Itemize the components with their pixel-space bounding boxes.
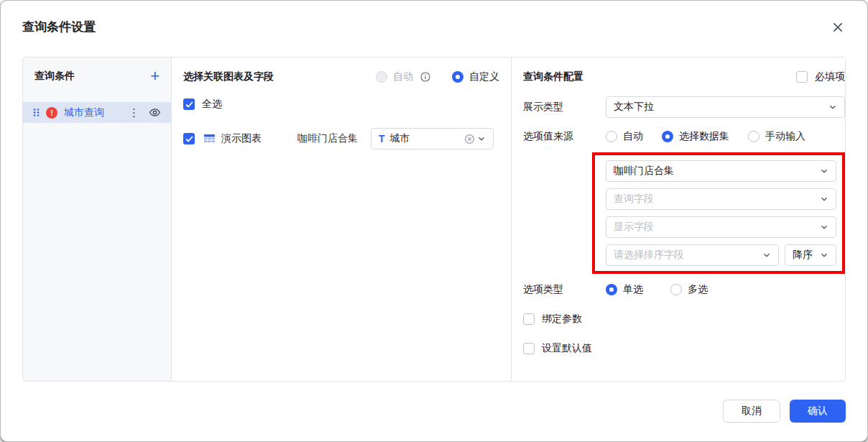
left-panel-header: 查询条件 + [23,57,171,95]
display-field-select[interactable]: 显示字段 [606,216,836,238]
display-type-label: 展示类型 [523,101,606,114]
chevron-down-icon [820,195,828,203]
default-value-row: 设置默认值 [523,342,845,355]
checkbox-icon [796,71,808,83]
dialog-footer: 取消 确认 [1,382,867,423]
option-type-radio-group: 单选 多选 [606,283,845,296]
drag-handle-icon[interactable] [33,108,40,117]
chart-field-title: 选择关联图表及字段 [183,70,274,83]
select-all-row: 全选 [183,98,499,111]
value-source-manual-radio[interactable]: 手动输入 [748,130,805,143]
option-type-row: 选项类型 单选 多选 [523,283,845,296]
option-type-single-radio[interactable]: 单选 [606,283,643,296]
chevron-down-icon [762,251,771,259]
sort-row: 请选择排序字段 降序 [606,244,836,266]
radio-icon [606,131,617,142]
dataset-select-value: 咖啡门店合集 [614,165,674,178]
add-condition-button[interactable]: + [150,69,160,83]
chevron-down-icon [820,167,828,175]
radio-icon [452,71,463,83]
display-type-row: 展示类型 文本下拉 [523,96,845,118]
bind-param-row: 绑定参数 [523,313,845,326]
display-type-value: 文本下拉 [614,101,654,114]
value-source-manual-label: 手动输入 [765,130,805,143]
chart-row: 演示图表 咖啡门店合集 T 城市 [183,128,499,149]
chart-field-header: 选择关联图表及字段 自动 自定义 [183,57,499,96]
condition-config-panel: 查询条件配置 必填项 展示类型 文本下拉 选项值来源 [512,57,846,381]
config-title: 查询条件配置 [523,70,583,83]
cancel-button[interactable]: 取消 [723,400,780,423]
chevron-down-icon [820,223,828,231]
left-panel-title: 查询条件 [34,70,75,83]
select-all-label: 全选 [202,98,222,111]
select-all-checkbox[interactable]: 全选 [183,98,222,111]
query-field-placeholder: 查询字段 [614,193,654,206]
radio-icon [662,131,673,142]
required-label: 必填项 [815,70,845,83]
default-value-checkbox[interactable]: 设置默认值 [523,342,592,355]
mode-auto-radio[interactable]: 自动 [376,70,430,83]
chart-field-select[interactable]: T 城市 [371,128,494,149]
condition-item-city-query[interactable]: ! 城市查询 ⋮ [23,102,171,123]
mode-auto-label: 自动 [393,70,413,83]
sort-field-select[interactable]: 请选择排序字段 [606,244,779,266]
query-condition-dialog: 查询条件设置 查询条件 + ! 城市查询 ⋮ [0,0,868,442]
chevron-down-icon [477,134,486,143]
query-field-select[interactable]: 查询字段 [606,188,836,210]
mode-radio-group: 自动 自定义 [376,70,499,83]
more-menu-icon[interactable]: ⋮ [127,106,141,119]
dialog-body: 查询条件 + ! 城市查询 ⋮ 选择关联图表及字段 [22,57,846,382]
close-icon[interactable] [831,21,846,35]
clear-icon[interactable] [464,134,475,144]
display-type-select[interactable]: 文本下拉 [606,96,845,118]
visibility-eye-icon[interactable] [149,106,161,119]
mode-custom-radio[interactable]: 自定义 [452,70,499,83]
mode-custom-label: 自定义 [469,70,499,83]
dialog-title: 查询条件设置 [22,19,96,35]
chevron-down-icon [828,103,837,111]
radio-icon [670,284,682,295]
default-value-label: 设置默认值 [542,342,592,355]
error-alert-icon: ! [46,107,57,119]
value-source-auto-radio[interactable]: 自动 [606,130,643,143]
value-source-auto-label: 自动 [623,130,643,143]
checkbox-icon [523,313,535,325]
option-type-multiple-label: 多选 [688,283,708,296]
option-type-label: 选项类型 [523,283,606,296]
value-source-row: 选项值来源 自动 选择数据集 手动输入 [523,130,845,143]
table-chart-icon [204,134,215,144]
value-source-radio-group: 自动 选择数据集 手动输入 [606,130,845,143]
chevron-down-icon [820,251,828,259]
condition-item-label: 城市查询 [64,106,127,119]
info-icon[interactable] [420,72,430,82]
value-source-label: 选项值来源 [523,130,606,143]
chart-name-label: 演示图表 [221,132,262,145]
option-type-single-label: 单选 [623,283,643,296]
value-source-dataset-label: 选择数据集 [679,130,729,143]
query-condition-list-panel: 查询条件 + ! 城市查询 ⋮ [23,57,172,381]
dataset-select[interactable]: 咖啡门店合集 [606,160,836,182]
radio-icon [748,131,760,142]
chart-checkbox[interactable] [183,133,195,144]
config-header: 查询条件配置 必填项 [523,57,845,96]
bind-param-label: 绑定参数 [542,313,582,326]
option-type-multiple-radio[interactable]: 多选 [670,283,708,296]
radio-icon [376,71,387,83]
radio-icon [606,284,617,295]
sort-order-value: 降序 [793,249,813,262]
required-checkbox[interactable]: 必填项 [796,70,845,83]
text-type-icon: T [379,133,385,144]
chart-field-value: 城市 [390,132,410,145]
dialog-header: 查询条件设置 [1,1,867,35]
sort-order-select[interactable]: 降序 [785,244,836,266]
checkbox-icon [183,98,195,110]
confirm-button[interactable]: 确认 [790,400,846,423]
display-field-placeholder: 显示字段 [614,221,654,234]
checkbox-icon [523,343,535,354]
chart-field-panel: 选择关联图表及字段 自动 自定义 [172,57,512,381]
sort-field-placeholder: 请选择排序字段 [614,249,684,262]
chart-dataset-label: 咖啡门店合集 [297,132,358,145]
highlighted-dataset-config-box: 咖啡门店合集 查询字段 显示字段 [592,152,845,274]
bind-param-checkbox[interactable]: 绑定参数 [523,313,582,326]
value-source-dataset-radio[interactable]: 选择数据集 [662,130,729,143]
